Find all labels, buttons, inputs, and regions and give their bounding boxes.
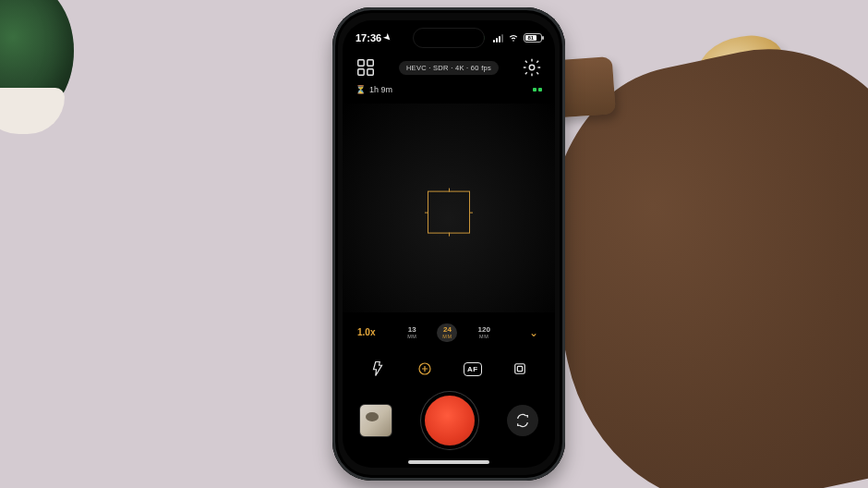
svg-rect-6 <box>515 364 525 374</box>
wifi-icon <box>508 31 519 44</box>
recording-info-row: ⏳ 1h 9m <box>356 85 542 94</box>
tool-row: AF <box>343 355 555 383</box>
svg-rect-2 <box>358 69 364 75</box>
dynamic-island <box>413 28 485 48</box>
location-icon: ➤ <box>382 32 394 44</box>
audio-level-icon <box>533 88 542 92</box>
battery-icon: 81 <box>524 33 542 43</box>
recording-remaining: 1h 9m <box>369 85 392 94</box>
autofocus-button[interactable]: AF <box>459 355 487 383</box>
iphone-frame: 17:36 ➤ 81 HEVC · SDR · 4K · 60 fps <box>332 7 565 481</box>
camera-flip-button[interactable] <box>507 405 538 436</box>
camera-viewfinder[interactable] <box>343 104 555 312</box>
shutter-row <box>343 390 555 451</box>
svg-rect-7 <box>518 366 523 371</box>
flash-torch-button[interactable] <box>364 355 392 383</box>
svg-rect-3 <box>368 69 373 75</box>
hourglass-icon: ⏳ <box>356 85 366 94</box>
settings-gear-icon[interactable] <box>522 57 542 78</box>
status-time: 17:36 <box>356 32 381 43</box>
record-button[interactable] <box>425 396 475 445</box>
phone-screen: 17:36 ➤ 81 HEVC · SDR · 4K · 60 fps <box>343 20 555 468</box>
lens-option-120mm[interactable]: 120 MM <box>472 323 495 343</box>
home-indicator[interactable] <box>408 460 489 464</box>
last-clip-thumbnail[interactable] <box>359 404 392 437</box>
app-top-bar: HEVC · SDR · 4K · 60 fps <box>343 54 555 81</box>
library-grid-icon[interactable] <box>356 57 376 78</box>
lens-selector-row: 1.0x 13 MM 24 MM 120 MM ⌄ <box>343 323 555 343</box>
stabilization-button[interactable] <box>506 355 534 383</box>
svg-rect-0 <box>358 60 364 66</box>
exposure-button[interactable] <box>411 355 439 383</box>
format-pill[interactable]: HEVC · SDR · 4K · 60 fps <box>399 61 499 75</box>
focus-reticle[interactable] <box>428 191 470 234</box>
lens-option-13mm[interactable]: 13 MM <box>402 323 422 343</box>
cell-signal-icon <box>493 34 503 43</box>
svg-point-4 <box>529 65 535 70</box>
battery-level: 81 <box>525 35 536 41</box>
plant-pot <box>0 88 65 134</box>
lens-option-24mm[interactable]: 24 MM <box>437 323 457 343</box>
svg-rect-1 <box>368 60 373 66</box>
chevron-down-icon[interactable]: ⌄ <box>529 326 538 339</box>
zoom-level[interactable]: 1.0x <box>357 327 375 337</box>
